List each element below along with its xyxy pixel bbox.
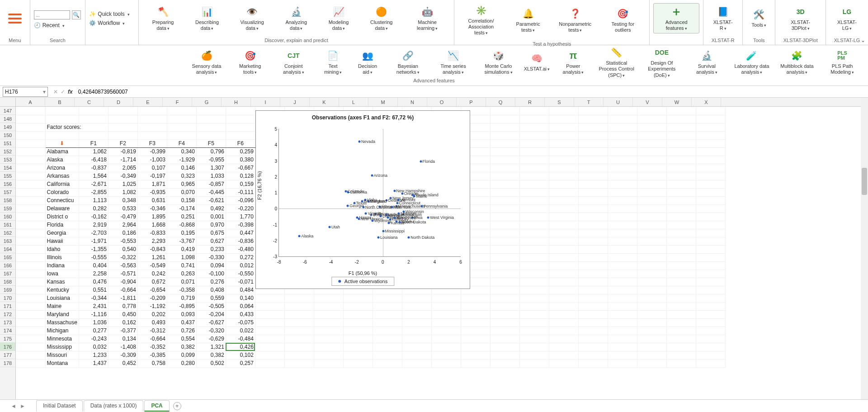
col-header-P[interactable]: P: [457, 98, 486, 106]
row-header[interactable]: 148: [0, 115, 15, 123]
chart-point[interactable]: [362, 206, 364, 208]
tab-next-icon[interactable]: ►: [20, 403, 25, 409]
col-header-W[interactable]: W: [662, 98, 692, 106]
state-label[interactable]: Mississipp: [45, 343, 79, 351]
chart-point[interactable]: [298, 235, 301, 237]
table-cell[interactable]: -0,868: [167, 221, 196, 229]
table-cell[interactable]: 0,093: [167, 310, 196, 318]
table-cell[interactable]: -0,857: [196, 180, 226, 188]
table-cell[interactable]: 0,001: [196, 213, 226, 221]
table-cell[interactable]: 0,159: [226, 180, 255, 188]
enter-icon[interactable]: ✓: [61, 89, 65, 95]
row-header[interactable]: 168: [0, 278, 15, 286]
table-cell[interactable]: 0,433: [226, 310, 255, 318]
state-label[interactable]: Maryland: [45, 310, 79, 318]
search-input[interactable]: [34, 10, 70, 19]
table-cell[interactable]: -0,204: [196, 310, 226, 318]
table-cell[interactable]: -0,100: [196, 270, 226, 278]
chart-point[interactable]: [397, 199, 400, 201]
row-header[interactable]: 165: [0, 253, 15, 261]
machine-learning-button[interactable]: 🤖Machine learning: [404, 3, 450, 33]
table-cell[interactable]: -0,895: [167, 302, 196, 310]
table-cell[interactable]: -0,352: [137, 343, 167, 351]
table-cell[interactable]: -0,550: [226, 270, 255, 278]
table-cell[interactable]: -0,553: [108, 237, 137, 245]
table-cell[interactable]: 0,437: [167, 318, 196, 327]
state-label[interactable]: Kansas: [45, 278, 79, 286]
table-cell[interactable]: -0,111: [226, 188, 255, 196]
table-cell[interactable]: 0,099: [167, 351, 196, 359]
hamburger-icon[interactable]: [5, 10, 25, 27]
table-cell[interactable]: 1,770: [226, 213, 255, 221]
state-label[interactable]: Hawaii: [45, 237, 79, 245]
chart-point[interactable]: [389, 197, 392, 199]
table-cell[interactable]: 1,668: [137, 221, 167, 229]
sensory-button[interactable]: 🍊Sensory data analysis: [184, 47, 229, 77]
col-header-H[interactable]: H: [222, 98, 251, 106]
table-cell[interactable]: 0,492: [196, 204, 226, 213]
table-cell[interactable]: 0,158: [167, 196, 196, 204]
describing-data-button[interactable]: 📊Describing data: [185, 3, 228, 33]
analyzing-data-button[interactable]: 🔬Analyzing data: [276, 3, 317, 33]
table-cell[interactable]: 0,280: [167, 359, 196, 367]
col-header-G[interactable]: G: [192, 98, 222, 106]
table-cell[interactable]: -1,116: [79, 310, 108, 318]
table-cell[interactable]: 0,631: [137, 196, 167, 204]
table-cell[interactable]: 0,202: [137, 310, 167, 318]
table-cell[interactable]: 0,102: [226, 351, 255, 359]
scatter-chart[interactable]: Observations (axes F1 and F2: 67,72 %) F…: [255, 110, 470, 289]
spc-button[interactable]: 📏Statistical Process Control (SPC): [594, 44, 639, 81]
row-header[interactable]: 163: [0, 237, 15, 245]
table-cell[interactable]: -1,192: [137, 302, 167, 310]
table-cell[interactable]: 0,012: [226, 261, 255, 270]
table-cell[interactable]: -0,664: [108, 286, 137, 294]
table-cell[interactable]: 0,450: [108, 310, 137, 318]
state-label[interactable]: Massachuse: [45, 318, 79, 327]
row-header[interactable]: 160: [0, 213, 15, 221]
table-cell[interactable]: -0,322: [108, 253, 137, 261]
chart-point[interactable]: [359, 141, 361, 143]
table-cell[interactable]: 0,551: [79, 286, 108, 294]
table-cell[interactable]: 0,134: [108, 335, 137, 343]
row-header[interactable]: 153: [0, 156, 15, 164]
bayesian-button[interactable]: 🔗Bayesian networks: [386, 47, 430, 77]
col-header-V[interactable]: V: [633, 98, 662, 106]
table-cell[interactable]: -1,408: [108, 343, 137, 351]
chart-point[interactable]: [344, 190, 347, 193]
table-cell[interactable]: -0,621: [196, 196, 226, 204]
table-cell[interactable]: -1,929: [167, 156, 196, 164]
ribbon-collapse-icon[interactable]: ⌄: [861, 37, 865, 43]
state-label[interactable]: Minnesota: [45, 335, 79, 343]
col-header-T[interactable]: T: [574, 98, 604, 106]
table-cell[interactable]: 1,437: [79, 359, 108, 367]
chart-point[interactable]: [358, 218, 360, 220]
table-cell[interactable]: 0,741: [167, 261, 196, 270]
state-label[interactable]: California: [45, 180, 79, 188]
quick-tools-button[interactable]: ✨Quick tools: [89, 11, 129, 17]
state-label[interactable]: District o: [45, 213, 79, 221]
sort-arrow-icon[interactable]: ⬇: [60, 140, 64, 147]
table-cell[interactable]: -0,445: [196, 188, 226, 196]
table-cell[interactable]: 1,321: [196, 343, 226, 351]
state-label[interactable]: Maine: [45, 302, 79, 310]
cancel-icon[interactable]: ✕: [53, 89, 58, 95]
row-header[interactable]: 158: [0, 196, 15, 204]
table-cell[interactable]: 0,348: [108, 196, 137, 204]
table-cell[interactable]: 2,431: [79, 302, 108, 310]
col-header-K[interactable]: K: [310, 98, 339, 106]
row-header[interactable]: 172: [0, 310, 15, 318]
state-label[interactable]: Illinois: [45, 253, 79, 261]
chart-point[interactable]: [371, 175, 373, 177]
col-header-E[interactable]: E: [133, 98, 163, 106]
state-label[interactable]: Florida: [45, 221, 79, 229]
table-cell[interactable]: 1,062: [79, 147, 108, 156]
formula-input[interactable]: [75, 87, 868, 97]
state-label[interactable]: Connecticu: [45, 196, 79, 204]
table-cell[interactable]: -1,971: [79, 237, 108, 245]
table-cell[interactable]: 0,272: [226, 253, 255, 261]
table-cell[interactable]: -0,320: [196, 327, 226, 335]
table-cell[interactable]: 0,242: [137, 270, 167, 278]
row-header[interactable]: 147: [0, 107, 15, 115]
table-cell[interactable]: -0,385: [137, 351, 167, 359]
state-label[interactable]: Alaska: [45, 156, 79, 164]
